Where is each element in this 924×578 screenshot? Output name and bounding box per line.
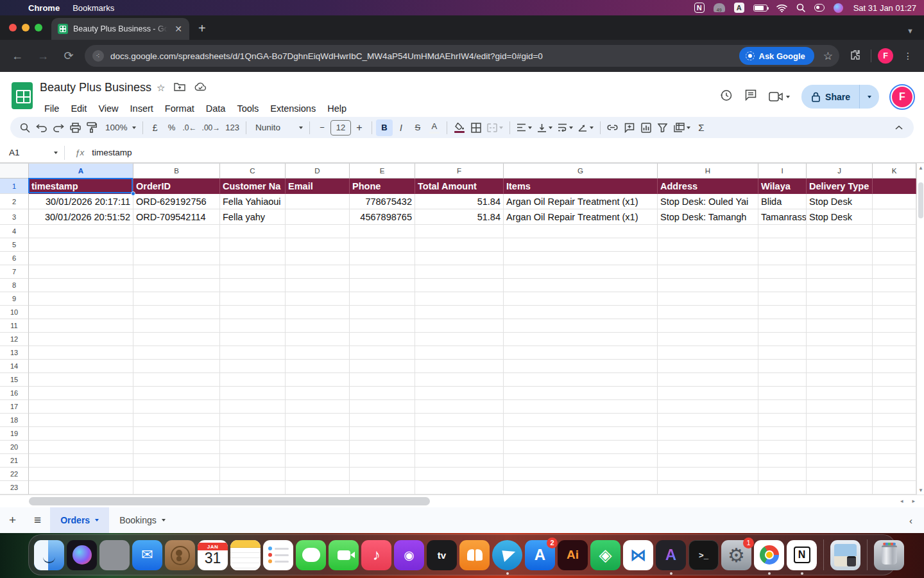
cell-F8[interactable] bbox=[415, 279, 504, 292]
sheets-menu-file[interactable]: File bbox=[38, 101, 65, 116]
cell-E5[interactable] bbox=[350, 238, 415, 252]
cell-G8[interactable] bbox=[504, 279, 658, 292]
cell-E17[interactable] bbox=[350, 400, 415, 414]
cell-E6[interactable] bbox=[350, 252, 415, 265]
cell-F13[interactable] bbox=[415, 346, 504, 360]
cell-D16[interactable] bbox=[286, 387, 350, 400]
address-bar[interactable]: ⁖ docs.google.com/spreadsheets/d/1QnGA-B… bbox=[85, 45, 839, 67]
cell-C15[interactable] bbox=[220, 373, 286, 387]
reload-button[interactable]: ⟳ bbox=[59, 46, 78, 66]
row-header-13[interactable]: 13 bbox=[0, 346, 29, 360]
cell-F10[interactable] bbox=[415, 306, 504, 319]
row-header-19[interactable]: 19 bbox=[0, 427, 29, 441]
column-header-B[interactable]: B bbox=[133, 163, 220, 179]
cell-A21[interactable] bbox=[29, 454, 133, 468]
grid-corner[interactable] bbox=[0, 163, 29, 179]
row-header-5[interactable]: 5 bbox=[0, 238, 29, 252]
cell-J14[interactable] bbox=[807, 360, 873, 373]
cell-C12[interactable] bbox=[220, 333, 286, 346]
cell-E2[interactable]: 778675432 bbox=[350, 194, 415, 209]
cell-J5[interactable] bbox=[807, 238, 873, 252]
extensions-icon[interactable] bbox=[846, 49, 864, 62]
cell-D7[interactable] bbox=[286, 265, 350, 279]
cell-C7[interactable] bbox=[220, 265, 286, 279]
decrease-decimal-button[interactable]: .0← bbox=[180, 119, 200, 136]
row-header-4[interactable]: 4 bbox=[0, 225, 29, 238]
cell-C17[interactable] bbox=[220, 400, 286, 414]
cell-G17[interactable] bbox=[504, 400, 658, 414]
cell-J23[interactable] bbox=[807, 481, 873, 495]
battery-icon[interactable] bbox=[751, 2, 770, 13]
cell-G2[interactable]: Argan Oil Repair Treatment (x1) bbox=[504, 194, 658, 209]
sheet-tab-bookings[interactable]: Bookings bbox=[109, 507, 176, 533]
cell-H10[interactable] bbox=[658, 306, 758, 319]
font-select[interactable]: Nunito bbox=[250, 119, 305, 136]
cell-A2[interactable]: 30/01/2026 20:17:11 bbox=[29, 194, 133, 209]
cell-H1[interactable]: Address bbox=[658, 179, 758, 194]
row-header-14[interactable]: 14 bbox=[0, 360, 29, 373]
cell-F22[interactable] bbox=[415, 468, 504, 481]
cell-I15[interactable] bbox=[758, 373, 807, 387]
apple-menu-icon[interactable] bbox=[6, 0, 22, 15]
cell-G4[interactable] bbox=[504, 225, 658, 238]
cell-E16[interactable] bbox=[350, 387, 415, 400]
cell-A1[interactable]: timestamp bbox=[29, 179, 133, 194]
cell-B5[interactable] bbox=[133, 238, 220, 252]
sheets-menu-help[interactable]: Help bbox=[321, 101, 352, 116]
cell-I7[interactable] bbox=[758, 265, 807, 279]
forward-button[interactable]: → bbox=[33, 46, 53, 66]
comment-history-icon[interactable] bbox=[744, 89, 757, 105]
cell-K4[interactable] bbox=[873, 225, 916, 238]
cell-I13[interactable] bbox=[758, 346, 807, 360]
decrease-font-size-button[interactable]: − bbox=[314, 119, 330, 136]
spotlight-search-icon[interactable] bbox=[794, 2, 808, 13]
cell-F23[interactable] bbox=[415, 481, 504, 495]
row-header-22[interactable]: 22 bbox=[0, 468, 29, 481]
cell-D4[interactable] bbox=[286, 225, 350, 238]
redo-icon[interactable] bbox=[50, 119, 67, 136]
meet-video-icon[interactable] bbox=[769, 92, 790, 101]
sheets-menu-view[interactable]: View bbox=[92, 101, 124, 116]
scroll-right-icon[interactable]: ▸ bbox=[912, 498, 915, 504]
calendar-icon[interactable]: JAN31 bbox=[198, 540, 228, 570]
column-header-A[interactable]: A bbox=[29, 163, 133, 179]
cell-K17[interactable] bbox=[873, 400, 916, 414]
cell-K16[interactable] bbox=[873, 387, 916, 400]
cell-J18[interactable] bbox=[807, 414, 873, 427]
cell-B7[interactable] bbox=[133, 265, 220, 279]
cell-B21[interactable] bbox=[133, 454, 220, 468]
cell-I19[interactable] bbox=[758, 427, 807, 441]
cell-D18[interactable] bbox=[286, 414, 350, 427]
tab-close-icon[interactable]: ✕ bbox=[173, 24, 184, 34]
cell-G15[interactable] bbox=[504, 373, 658, 387]
scroll-left-icon[interactable]: ◂ bbox=[900, 498, 903, 504]
cell-G18[interactable] bbox=[504, 414, 658, 427]
add-sheet-button[interactable]: + bbox=[0, 513, 25, 527]
all-sheets-button[interactable]: ≡ bbox=[25, 513, 50, 527]
cell-C3[interactable]: Fella yahy bbox=[220, 209, 286, 225]
cell-I21[interactable] bbox=[758, 454, 807, 468]
cell-G9[interactable] bbox=[504, 292, 658, 306]
sheets-logo-icon[interactable] bbox=[12, 82, 33, 109]
cell-H18[interactable] bbox=[658, 414, 758, 427]
zoom-select[interactable]: 100% bbox=[100, 119, 139, 136]
cell-C22[interactable] bbox=[220, 468, 286, 481]
cell-I2[interactable]: Blida bbox=[758, 194, 807, 209]
cell-E4[interactable] bbox=[350, 225, 415, 238]
cell-H20[interactable] bbox=[658, 441, 758, 454]
cell-C10[interactable] bbox=[220, 306, 286, 319]
site-info-icon[interactable]: ⁖ bbox=[92, 50, 104, 62]
cell-H22[interactable] bbox=[658, 468, 758, 481]
cell-A16[interactable] bbox=[29, 387, 133, 400]
wifi-icon[interactable] bbox=[774, 2, 790, 13]
name-box[interactable]: A1 bbox=[0, 148, 64, 157]
cell-H14[interactable] bbox=[658, 360, 758, 373]
cell-D19[interactable] bbox=[286, 427, 350, 441]
vertical-scroll-thumb[interactable] bbox=[918, 182, 923, 218]
cell-B22[interactable] bbox=[133, 468, 220, 481]
row-header-20[interactable]: 20 bbox=[0, 441, 29, 454]
cell-B18[interactable] bbox=[133, 414, 220, 427]
merge-cells-button[interactable] bbox=[484, 119, 506, 136]
cell-E1[interactable]: Phone bbox=[350, 179, 415, 194]
sheet-tab-menu-icon[interactable] bbox=[95, 519, 99, 521]
